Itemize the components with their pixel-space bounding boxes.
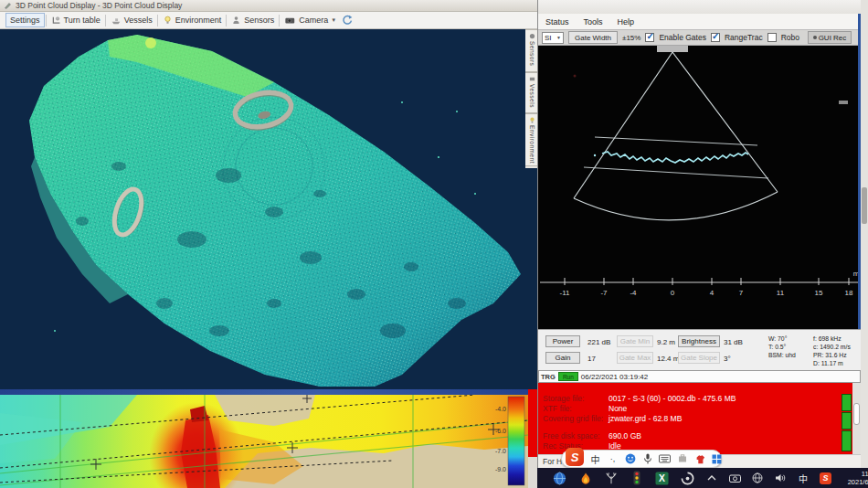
taskbar-flame-app-button[interactable] — [577, 471, 593, 486]
gate-slope-button[interactable]: Gate Slope — [678, 352, 720, 364]
colorbar-label: -9.0 — [495, 466, 506, 472]
tray-network-icon[interactable] — [751, 472, 764, 484]
noise-dot — [574, 75, 577, 78]
ime-emoji-button[interactable] — [624, 452, 636, 466]
turn-table-icon — [51, 15, 61, 26]
window-title: 3D Point Cloud Display - 3D Point Cloud … — [16, 1, 182, 10]
sonar-scan: -11-7 -40 47 1115 18 m — [538, 46, 861, 329]
sonar-menubar: Status Tools Help — [538, 14, 861, 29]
ime-mode-chinese[interactable]: 中 — [589, 452, 601, 466]
ime-voice-button[interactable] — [641, 452, 653, 466]
traffic-light-icon — [632, 471, 641, 485]
statusbar-text: For H — [543, 457, 562, 466]
menu-status[interactable]: Status — [545, 17, 569, 27]
trace-dot — [594, 154, 596, 156]
svg-text:18: 18 — [845, 289, 853, 297]
gate-min-button[interactable]: Gate Min — [617, 335, 653, 347]
menu-tools[interactable]: Tools — [584, 17, 603, 27]
ime-punctuation[interactable]: ·, — [607, 452, 619, 466]
menu-environment[interactable]: Environment — [159, 13, 226, 27]
desktop: 3D Point Cloud Display - 3D Point Cloud … — [0, 0, 868, 488]
transducer-icon — [657, 46, 688, 52]
status-row: XTF file: None — [538, 404, 861, 414]
power-button[interactable]: Power — [545, 335, 580, 347]
gate-max-button[interactable]: Gate Max — [617, 352, 653, 364]
tray-language-indicator[interactable]: 中 — [797, 472, 810, 484]
sonar-info-left: W: 70° T: 0.5° BSM: uhd — [768, 334, 796, 359]
menu-separator — [226, 15, 227, 27]
scrollbar-thumb[interactable] — [853, 403, 860, 425]
svg-text:X: X — [659, 473, 665, 483]
ime-tools-button[interactable] — [676, 452, 688, 466]
gate-max-value: 12.4 m — [657, 355, 679, 363]
tray-chevron-up[interactable] — [705, 472, 718, 484]
taskbar-cad-app-button[interactable] — [603, 471, 619, 486]
record-icon — [813, 36, 817, 39]
run-status-badge: Run — [558, 372, 578, 381]
svg-text:4: 4 — [710, 289, 715, 297]
menu-separator — [279, 15, 280, 27]
menu-separator — [46, 15, 47, 27]
status-row: Storage file: 0017 - S-3 (60) - 0002.db … — [538, 394, 861, 404]
network-globe-icon — [752, 472, 763, 483]
timestamp: 06/22/2021 03:19:42 — [581, 373, 648, 381]
depth: D: 11.17 m — [813, 359, 851, 367]
menu-separator — [105, 15, 106, 27]
svg-text:-11: -11 — [560, 289, 571, 297]
sonar-titlebar — [538, 0, 861, 15]
svg-text:0: 0 — [671, 289, 675, 297]
pointcloud-titlebar: 3D Point Cloud Display - 3D Point Cloud … — [0, 0, 541, 12]
rangetrac-label: RangeTrac — [725, 33, 763, 42]
si-combo[interactable]: SI ▼ — [542, 32, 564, 44]
tray-capture-icon[interactable] — [728, 472, 741, 484]
ping-rate: PR: 31.6 Hz — [813, 351, 851, 359]
menu-camera[interactable]: Camera ▼ — [281, 13, 340, 27]
smiley-icon — [625, 453, 636, 464]
panel-scrollbar[interactable] — [852, 383, 861, 454]
ime-skin-button[interactable] — [693, 452, 705, 466]
menu-help[interactable]: Help — [618, 17, 635, 27]
trg-label: TRG — [541, 373, 556, 381]
sonar-viewport: -11-7 -40 47 1115 18 m — [538, 46, 861, 329]
toolbox-icon — [678, 454, 687, 463]
clock-date: 2021/6/22 — [842, 478, 868, 486]
microphone-icon — [643, 453, 652, 464]
tray-volume-icon[interactable] — [774, 472, 787, 484]
taskbar-clock[interactable]: 11:19 2021/6/22 — [842, 470, 868, 486]
pointcloud-render — [0, 29, 541, 389]
trigger-bar: TRG Run 06/22/2021 03:19:42 — [538, 370, 861, 383]
ime-keyboard-button[interactable] — [659, 452, 671, 466]
recording-status-panel: Storage file: 0017 - S-3 (60) - 0002.db … — [538, 383, 861, 454]
brightness-button[interactable]: Brightness — [678, 335, 720, 347]
gui-rec-button[interactable]: GUI Rec — [808, 31, 852, 44]
gain-button[interactable]: Gain — [545, 352, 580, 364]
speaker-icon — [775, 472, 786, 483]
taskbar-excel-button[interactable]: X — [654, 471, 670, 486]
enable-gates-checkbox[interactable] — [645, 33, 654, 42]
menu-turn-table[interactable]: Turn table — [48, 13, 104, 27]
menu-sensors[interactable]: Sensors — [228, 13, 278, 27]
sonar-info-right: f: 698 kHz c: 1490.2 m/s PR: 31.6 Hz D: … — [813, 334, 851, 367]
rangetrac-checkbox[interactable] — [711, 33, 720, 42]
menu-vessels[interactable]: Vessels — [107, 13, 156, 27]
ime-grid-button[interactable] — [711, 452, 723, 466]
range-slider-handle[interactable] — [839, 101, 848, 104]
level-bar — [842, 430, 852, 451]
environment-tab-icon — [529, 117, 535, 123]
menu-settings[interactable]: Settings — [5, 13, 45, 27]
swirl-icon — [681, 472, 694, 485]
edge-scrollbar-thumb[interactable] — [862, 187, 867, 224]
refresh-button[interactable] — [340, 13, 355, 27]
robo-checkbox[interactable] — [767, 33, 777, 42]
chevron-down-icon: ▼ — [331, 17, 336, 23]
taskbar-swirl-app-button[interactable] — [680, 471, 695, 486]
power-value: 221 dB — [587, 338, 610, 346]
sound-speed: c: 1490.2 m/s — [813, 343, 851, 351]
taskbar-traffic-app-button[interactable] — [629, 471, 644, 486]
tray-sogou-icon[interactable]: S — [820, 472, 831, 484]
gate-width-button[interactable]: Gate Width — [568, 31, 618, 44]
taskbar-browser-button[interactable] — [552, 471, 567, 486]
sogou-logo[interactable]: S — [566, 448, 584, 466]
gate-slope-value: 3° — [724, 355, 731, 363]
svg-text:7: 7 — [739, 289, 744, 297]
